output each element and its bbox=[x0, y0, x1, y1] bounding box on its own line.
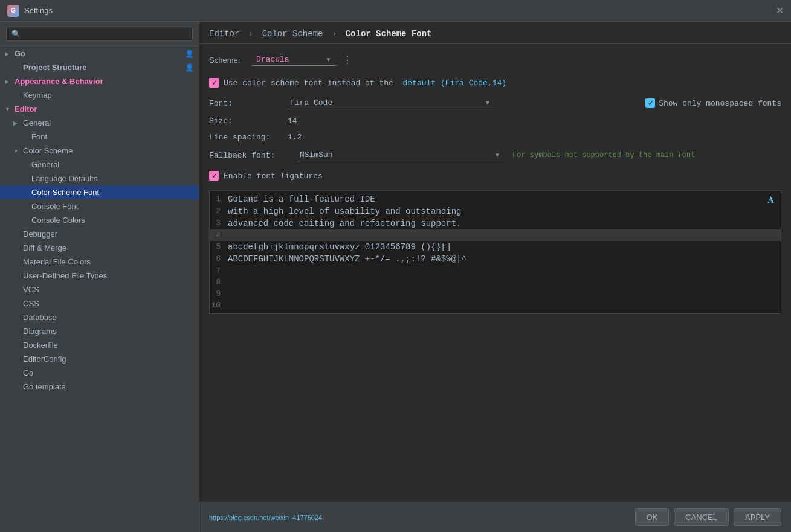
sidebar-item-cs-general[interactable]: General bbox=[0, 158, 199, 171]
sidebar-item-label: Font bbox=[31, 132, 47, 141]
line-number: 2 bbox=[210, 207, 228, 216]
title-bar-left: G Settings bbox=[7, 5, 53, 17]
line-number: 6 bbox=[210, 254, 228, 264]
enable-ligatures-checkbox[interactable] bbox=[209, 171, 219, 181]
sidebar-item-label: Editor bbox=[15, 104, 37, 114]
sidebar-item-debugger[interactable]: Debugger bbox=[0, 227, 199, 241]
bottom-bar: https://blog.csdn.net/weixin_41776024 OK… bbox=[199, 502, 791, 532]
sidebar-item-label: User-Defined File Types bbox=[23, 271, 107, 280]
search-bar bbox=[0, 22, 199, 46]
fallback-font-arrow-icon: ▼ bbox=[494, 152, 500, 158]
show-monospaced-checkbox[interactable] bbox=[645, 98, 655, 108]
scheme-dropdown[interactable]: Dracula ▼ bbox=[253, 54, 335, 66]
size-label: Size: bbox=[209, 117, 288, 126]
sidebar-item-label: CSS bbox=[23, 299, 39, 308]
line-code: ABCDEFGHIJKLMNOPQRSTUVWXYZ +-*/= .,;:!? … bbox=[228, 254, 467, 264]
breadcrumb-editor: Editor bbox=[209, 29, 239, 39]
sidebar-item-label: Keymap bbox=[23, 91, 52, 100]
font-value: Fira Code bbox=[290, 98, 482, 107]
line-number: 7 bbox=[210, 266, 228, 275]
sidebar-item-editor[interactable]: ▼Editor bbox=[0, 102, 199, 116]
sidebar-item-go2[interactable]: Go bbox=[0, 366, 199, 380]
sidebar-item-css[interactable]: CSS bbox=[0, 296, 199, 310]
sidebar-item-go[interactable]: ▶Go👤 bbox=[0, 46, 199, 60]
preview-line: 7 bbox=[210, 265, 781, 277]
sidebar-item-material-file-colors[interactable]: Material File Colors bbox=[0, 255, 199, 269]
sidebar-item-general[interactable]: ▶General bbox=[0, 116, 199, 130]
font-label: Font: bbox=[209, 99, 288, 108]
apply-button[interactable]: APPLY bbox=[734, 508, 781, 526]
use-color-scheme-label: Use color scheme font instead of the def… bbox=[224, 79, 506, 88]
sidebar-item-label: Go bbox=[23, 368, 33, 377]
sidebar-item-appearance-behavior[interactable]: ▶Appearance & Behavior bbox=[0, 74, 199, 88]
sidebar-item-font[interactable]: Font bbox=[0, 130, 199, 144]
preview-line: 4 bbox=[210, 229, 781, 241]
search-input[interactable] bbox=[6, 27, 193, 41]
chevron-icon: ▶ bbox=[5, 51, 12, 57]
font-field-row: Font: Fira Code ▼ Show only monospaced f… bbox=[209, 97, 781, 109]
sidebar-item-go-template[interactable]: Go template bbox=[0, 380, 199, 394]
sidebar-item-label: Language Defaults bbox=[31, 174, 97, 183]
ligatures-row: Enable font ligatures bbox=[209, 171, 781, 181]
sidebar-item-editorconfig[interactable]: EditorConfig bbox=[0, 352, 199, 366]
use-color-scheme-checkbox[interactable] bbox=[209, 78, 219, 88]
chevron-icon: ▶ bbox=[5, 79, 12, 85]
sidebar-item-keymap[interactable]: Keymap bbox=[0, 88, 199, 102]
preview-line: 6ABCDEFGHIJKLMNOPQRSTUVWXYZ +-*/= .,;:!?… bbox=[210, 253, 781, 265]
breadcrumb-color-scheme: Color Scheme bbox=[262, 29, 323, 39]
line-spacing-field-row: Line spacing: 1.2 bbox=[209, 133, 781, 142]
preview-area: 𝐀 1GoLand is a full-featured IDE2with a … bbox=[209, 190, 781, 314]
cancel-button[interactable]: CANCEL bbox=[674, 508, 729, 526]
line-number: 1 bbox=[210, 194, 228, 204]
sidebar-item-label: Dockerfile bbox=[23, 341, 58, 350]
preview-lines-container: 1GoLand is a full-featured IDE2with a hi… bbox=[210, 193, 781, 311]
line-number: 5 bbox=[210, 242, 228, 252]
sidebar-item-label: Console Font bbox=[31, 202, 78, 211]
content-area: Editor › Color Scheme › Color Scheme Fon… bbox=[199, 22, 791, 532]
line-code: abcdefghijklmnopqrstuvwxyz 0123456789 ()… bbox=[228, 242, 451, 252]
size-value: 14 bbox=[288, 117, 297, 126]
preview-line: 9 bbox=[210, 288, 781, 300]
sidebar-item-language-defaults[interactable]: Language Defaults bbox=[0, 171, 199, 185]
default-link[interactable]: default (Fira Code,14) bbox=[398, 79, 506, 88]
line-code: with a high level of usability and outst… bbox=[228, 207, 461, 216]
breadcrumb: Editor › Color Scheme › Color Scheme Fon… bbox=[199, 22, 791, 44]
font-dropdown[interactable]: Fira Code ▼ bbox=[288, 97, 493, 109]
scheme-name: Dracula bbox=[256, 55, 289, 64]
show-monospaced-label: Show only monospaced fonts bbox=[659, 99, 781, 108]
sidebar-item-color-scheme-font[interactable]: Color Scheme Font bbox=[0, 185, 199, 199]
line-number: 9 bbox=[210, 289, 228, 298]
fallback-font-hint: For symbols not supported by the main fo… bbox=[512, 151, 695, 159]
sidebar-item-diagrams[interactable]: Diagrams bbox=[0, 324, 199, 338]
sidebar-item-label: General bbox=[23, 118, 51, 127]
sidebar-item-user-defined-file-types[interactable]: User-Defined File Types bbox=[0, 269, 199, 283]
sidebar-item-console-font[interactable]: Console Font bbox=[0, 199, 199, 213]
sidebar-item-label: Diff & Merge bbox=[23, 243, 66, 252]
fallback-font-dropdown[interactable]: NSimSun ▼ bbox=[297, 149, 503, 161]
sidebar-item-database[interactable]: Database bbox=[0, 310, 199, 324]
preview-line: 8 bbox=[210, 277, 781, 288]
fallback-font-row: Fallback font: NSimSun ▼ For symbols not… bbox=[209, 149, 781, 161]
ok-button[interactable]: OK bbox=[635, 508, 670, 526]
sidebar-item-label: Go template bbox=[23, 382, 66, 391]
sidebar-item-label: Debugger bbox=[23, 229, 57, 239]
sidebar-item-color-scheme[interactable]: ▼Color Scheme bbox=[0, 144, 199, 158]
sidebar-item-label: VCS bbox=[23, 285, 39, 294]
use-color-scheme-row: Use color scheme font instead of the def… bbox=[209, 78, 781, 88]
close-button[interactable]: ✕ bbox=[776, 6, 784, 16]
size-field-row: Size: 14 bbox=[209, 117, 781, 126]
main-layout: ▶Go👤Project Structure👤▶Appearance & Beha… bbox=[0, 22, 791, 532]
scheme-row: Scheme: Dracula ▼ ⋮ bbox=[209, 54, 781, 66]
preview-line: 10 bbox=[210, 300, 781, 311]
sidebar-item-project-structure[interactable]: Project Structure👤 bbox=[0, 60, 199, 74]
font-size-adjust-icon[interactable]: 𝐀 bbox=[767, 194, 775, 206]
app-icon: G bbox=[7, 5, 19, 17]
sidebar-item-dockerfile[interactable]: Dockerfile bbox=[0, 338, 199, 352]
chevron-icon: ▼ bbox=[5, 106, 12, 112]
sidebar-item-vcs[interactable]: VCS bbox=[0, 283, 199, 296]
sidebar-item-diff-merge[interactable]: Diff & Merge bbox=[0, 241, 199, 255]
scheme-menu-button[interactable]: ⋮ bbox=[343, 54, 352, 66]
sidebar-item-console-colors[interactable]: Console Colors bbox=[0, 213, 199, 227]
sidebar-item-label: Color Scheme Font bbox=[31, 188, 99, 197]
profile-icon: 👤 bbox=[185, 63, 194, 72]
